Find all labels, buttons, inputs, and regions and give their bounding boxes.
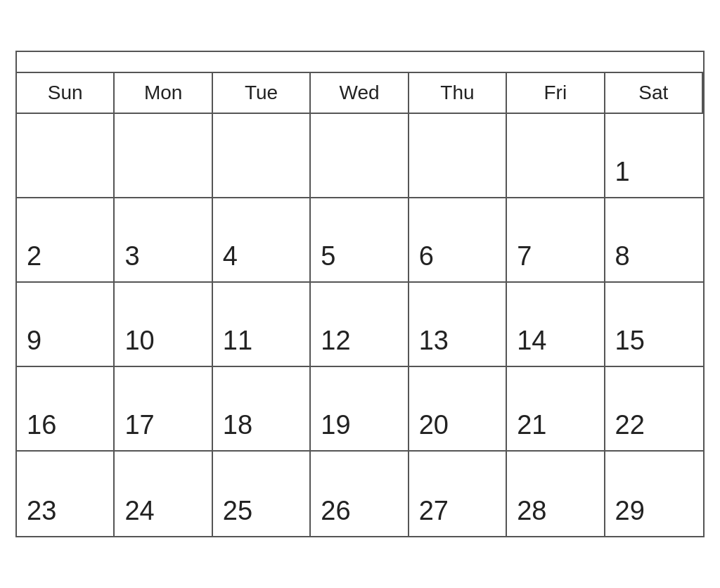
day-number: 8 bbox=[615, 241, 630, 271]
calendar-title bbox=[17, 52, 703, 73]
day-header-fri: Fri bbox=[507, 73, 605, 114]
day-cell-9[interactable]: 9 bbox=[17, 283, 115, 367]
day-number: 1 bbox=[615, 157, 630, 187]
day-cell-3[interactable]: 3 bbox=[115, 198, 212, 283]
day-cell-13[interactable]: 13 bbox=[409, 283, 507, 367]
day-number: 26 bbox=[321, 496, 350, 526]
day-cell-27[interactable]: 27 bbox=[409, 452, 507, 536]
day-header-sun: Sun bbox=[17, 73, 115, 114]
day-cell-empty[interactable] bbox=[213, 114, 311, 198]
day-number: 13 bbox=[419, 326, 449, 356]
day-cell-4[interactable]: 4 bbox=[213, 198, 311, 283]
day-number: 4 bbox=[223, 241, 238, 271]
day-cell-6[interactable]: 6 bbox=[409, 198, 507, 283]
day-number: 12 bbox=[321, 326, 350, 356]
day-cell-5[interactable]: 5 bbox=[311, 198, 409, 283]
day-number: 21 bbox=[517, 410, 546, 440]
day-number: 19 bbox=[321, 410, 350, 440]
day-number: 27 bbox=[419, 496, 449, 526]
calendar: SunMonTueWedThuFriSat1234567891011121314… bbox=[15, 51, 705, 537]
day-number: 9 bbox=[27, 326, 41, 356]
day-cell-7[interactable]: 7 bbox=[507, 198, 605, 283]
day-number: 25 bbox=[223, 496, 252, 526]
day-cell-21[interactable]: 21 bbox=[507, 367, 605, 452]
day-number: 7 bbox=[517, 241, 532, 271]
day-cell-11[interactable]: 11 bbox=[213, 283, 311, 367]
calendar-grid: SunMonTueWedThuFriSat1234567891011121314… bbox=[17, 73, 703, 536]
day-header-thu: Thu bbox=[409, 73, 507, 114]
day-cell-empty[interactable] bbox=[311, 114, 409, 198]
day-number: 22 bbox=[615, 410, 645, 440]
day-number: 15 bbox=[615, 326, 645, 356]
day-cell-10[interactable]: 10 bbox=[115, 283, 212, 367]
day-cell-19[interactable]: 19 bbox=[311, 367, 409, 452]
day-cell-empty[interactable] bbox=[409, 114, 507, 198]
day-number: 23 bbox=[27, 496, 56, 526]
day-cell-1[interactable]: 1 bbox=[605, 114, 703, 198]
day-number: 18 bbox=[223, 410, 252, 440]
day-cell-20[interactable]: 20 bbox=[409, 367, 507, 452]
day-cell-empty[interactable] bbox=[17, 114, 115, 198]
day-number: 10 bbox=[124, 326, 154, 356]
day-cell-24[interactable]: 24 bbox=[115, 452, 212, 536]
day-number: 6 bbox=[419, 241, 434, 271]
day-cell-8[interactable]: 8 bbox=[605, 198, 703, 283]
day-header-sat: Sat bbox=[605, 73, 703, 114]
day-cell-empty[interactable] bbox=[507, 114, 605, 198]
day-cell-empty[interactable] bbox=[115, 114, 212, 198]
day-cell-17[interactable]: 17 bbox=[115, 367, 212, 452]
day-cell-18[interactable]: 18 bbox=[213, 367, 311, 452]
day-number: 16 bbox=[27, 410, 56, 440]
day-number: 2 bbox=[27, 241, 41, 271]
day-cell-15[interactable]: 15 bbox=[605, 283, 703, 367]
day-header-mon: Mon bbox=[115, 73, 212, 114]
day-cell-28[interactable]: 28 bbox=[507, 452, 605, 536]
day-number: 5 bbox=[321, 241, 335, 271]
day-number: 28 bbox=[517, 496, 546, 526]
day-number: 24 bbox=[124, 496, 154, 526]
day-cell-26[interactable]: 26 bbox=[311, 452, 409, 536]
day-cell-23[interactable]: 23 bbox=[17, 452, 115, 536]
day-number: 17 bbox=[124, 410, 154, 440]
day-number: 11 bbox=[223, 326, 252, 356]
day-number: 14 bbox=[517, 326, 546, 356]
day-cell-25[interactable]: 25 bbox=[213, 452, 311, 536]
day-header-tue: Tue bbox=[213, 73, 311, 114]
day-cell-2[interactable]: 2 bbox=[17, 198, 115, 283]
day-header-wed: Wed bbox=[311, 73, 409, 114]
day-cell-14[interactable]: 14 bbox=[507, 283, 605, 367]
day-cell-16[interactable]: 16 bbox=[17, 367, 115, 452]
day-number: 29 bbox=[615, 496, 645, 526]
day-cell-12[interactable]: 12 bbox=[311, 283, 409, 367]
day-cell-22[interactable]: 22 bbox=[605, 367, 703, 452]
day-number: 3 bbox=[124, 241, 139, 271]
day-cell-29[interactable]: 29 bbox=[605, 452, 703, 536]
day-number: 20 bbox=[419, 410, 449, 440]
